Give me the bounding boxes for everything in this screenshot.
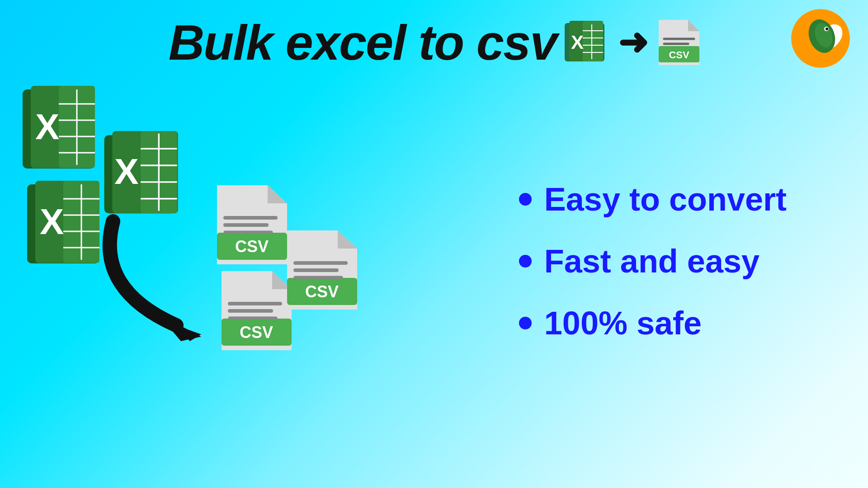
svg-marker-51 (268, 185, 287, 203)
svg-text:X: X (571, 32, 584, 53)
svg-point-19 (826, 28, 828, 30)
svg-rect-2 (583, 21, 603, 61)
feature-list: Easy to convert Fast and easy 100% safe (519, 181, 787, 342)
excel-icon-1: X (23, 86, 104, 172)
csv-title-icon: CSV (659, 20, 699, 65)
excel-icon-2: X (104, 131, 185, 217)
bullet-text-fast: Fast and easy (544, 243, 760, 280)
svg-text:X: X (40, 202, 64, 242)
bullet-dot-1 (519, 193, 532, 206)
csv-icon-3: CSV (287, 230, 357, 310)
bullet-text-safe: 100% safe (544, 305, 702, 342)
csv-icons-group: CSV CSV CSV (217, 185, 371, 375)
bullet-item-easy-convert: Easy to convert (519, 181, 787, 218)
bullet-dot-3 (519, 317, 532, 329)
bullet-item-fast: Fast and easy (519, 243, 787, 280)
svg-marker-65 (338, 230, 357, 249)
svg-text:CSV: CSV (669, 49, 690, 61)
excel-title-icon: X (565, 21, 608, 64)
bullet-text-easy-convert: Easy to convert (544, 181, 787, 218)
app-logo (791, 9, 850, 68)
title-area: Bulk excel to csv X ➜ CSV (0, 14, 868, 71)
svg-text:CSV: CSV (235, 237, 269, 256)
csv-icon-2: CSV (222, 271, 292, 350)
csv-icon-1: CSV (217, 185, 287, 264)
bullet-dot-2 (519, 255, 532, 267)
page-title: Bulk excel to csv (169, 14, 557, 71)
svg-text:X: X (35, 107, 59, 147)
svg-text:CSV: CSV (305, 282, 339, 301)
svg-marker-10 (688, 20, 699, 31)
svg-text:X: X (114, 151, 139, 192)
conversion-arrow (86, 208, 235, 366)
svg-text:CSV: CSV (240, 323, 273, 342)
title-arrow-icon: ➜ (618, 21, 648, 63)
bullet-item-safe: 100% safe (519, 305, 787, 342)
